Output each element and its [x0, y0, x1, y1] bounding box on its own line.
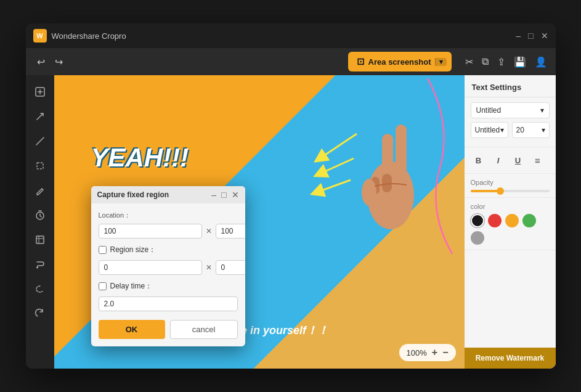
- undo-button[interactable]: ↩: [35, 54, 47, 70]
- zoom-bar: 100% + −: [399, 344, 456, 361]
- window-controls: – □ ✕: [516, 31, 548, 41]
- capture-dialog: Capture fixed region – □ ✕ Location： ✕: [91, 186, 245, 346]
- region-size-separator: ✕: [206, 263, 212, 272]
- font-size-dropdown[interactable]: 20 ▾: [512, 122, 550, 138]
- pen-tool[interactable]: [30, 180, 51, 201]
- location-x-input[interactable]: [99, 224, 202, 239]
- opacity-slider-track[interactable]: [471, 190, 550, 192]
- font-style-row: Untitled ▾ 20 ▾: [471, 122, 550, 142]
- color-gray[interactable]: [471, 231, 484, 245]
- region-size-x-input[interactable]: [99, 260, 202, 275]
- crop-tool[interactable]: [30, 155, 51, 176]
- location-y-input[interactable]: [216, 224, 245, 239]
- copy-icon[interactable]: ⧉: [482, 56, 489, 68]
- region-size-label: Region size：: [110, 245, 156, 255]
- color-section: color: [465, 198, 556, 250]
- scissors-icon[interactable]: ✂: [465, 56, 473, 68]
- opacity-slider-fill: [471, 190, 498, 192]
- account-icon[interactable]: 👤: [535, 56, 547, 68]
- remove-watermark-button[interactable]: Remove Watermark: [465, 348, 556, 369]
- font-size-value: 20: [516, 126, 524, 134]
- dialog-cancel-button[interactable]: cancel: [170, 320, 238, 339]
- close-button[interactable]: ✕: [541, 31, 548, 41]
- region-size-row: Region size：: [99, 245, 238, 255]
- screenshot-icon: ⊡: [357, 56, 365, 67]
- font-style-dropdown[interactable]: Untitled ▾: [471, 122, 508, 138]
- mask-tool[interactable]: [30, 229, 51, 250]
- yeah-text: YEAH!!!: [91, 143, 189, 173]
- font-style-arrow: ▾: [500, 126, 504, 134]
- delay-time-checkbox[interactable]: [99, 282, 107, 290]
- svg-point-4: [36, 267, 38, 269]
- dialog-maximize-button[interactable]: □: [221, 190, 226, 200]
- history-controls: ↩ ↪: [35, 54, 65, 70]
- minimize-button[interactable]: –: [516, 31, 521, 41]
- screenshot-button[interactable]: ⊡ Area screenshot ▾: [348, 52, 452, 71]
- dialog-close-button[interactable]: ✕: [232, 190, 239, 200]
- svg-point-13: [362, 179, 376, 206]
- font-size-arrow: ▾: [542, 126, 545, 134]
- main-content: YEAH!!!: [26, 75, 556, 369]
- toolbar: ↩ ↪ ⊡ Area screenshot ▾ ✂ ⧉ ⇪ 💾 👤: [26, 48, 556, 75]
- line-tool[interactable]: [30, 131, 51, 152]
- edit-text-tool[interactable]: [30, 81, 51, 102]
- svg-rect-9: [382, 134, 393, 180]
- font-family-dropdown[interactable]: Untitled ▾: [471, 102, 550, 118]
- delay-time-label: Delay time：: [110, 281, 153, 292]
- svg-rect-3: [36, 236, 44, 243]
- svg-rect-1: [37, 163, 43, 169]
- color-green[interactable]: [522, 214, 536, 227]
- zoom-in-button[interactable]: +: [432, 347, 437, 358]
- app-title: Wondershare Cropro: [52, 31, 516, 41]
- opacity-slider-thumb[interactable]: [497, 187, 504, 195]
- delay-time-input[interactable]: [99, 296, 238, 311]
- region-size-y-input[interactable]: [216, 260, 245, 275]
- app-logo: W: [33, 29, 47, 43]
- font-family-section: Untitled ▾ Untitled ▾ 20 ▾: [465, 97, 556, 147]
- location-label: Location：: [99, 211, 238, 220]
- strikethrough-button[interactable]: ≡: [530, 152, 546, 168]
- opacity-section: Opacity: [465, 174, 556, 198]
- dialog-ok-button[interactable]: OK: [99, 320, 165, 339]
- dialog-minimize-button[interactable]: –: [211, 190, 216, 200]
- svg-rect-11: [382, 174, 392, 192]
- save-icon[interactable]: 💾: [514, 56, 526, 68]
- arrow-tool[interactable]: [30, 106, 51, 127]
- underline-button[interactable]: U: [510, 152, 526, 168]
- screenshot-label: Area screenshot: [368, 57, 431, 67]
- dialog-title-bar: Capture fixed region – □ ✕: [91, 186, 245, 203]
- region-size-checkbox[interactable]: [99, 246, 107, 254]
- delay-time-input-row: [99, 296, 238, 311]
- dialog-body: Location： ✕ Region size： ✕: [91, 203, 245, 346]
- screenshot-dropdown-arrow[interactable]: ▾: [435, 58, 447, 66]
- svg-rect-10: [396, 125, 407, 174]
- redo-button[interactable]: ↪: [52, 54, 65, 70]
- dialog-controls: – □ ✕: [211, 190, 238, 200]
- font-family-arrow: ▾: [540, 106, 544, 115]
- zoom-level: 100%: [407, 348, 427, 357]
- location-row: ✕: [99, 224, 238, 239]
- maximize-button[interactable]: □: [528, 31, 533, 41]
- italic-button[interactable]: I: [490, 152, 506, 168]
- timer-tool[interactable]: [30, 205, 51, 226]
- panel-title: Text Settings: [465, 75, 556, 97]
- color-orange[interactable]: [505, 214, 519, 227]
- bold-button[interactable]: B: [471, 152, 487, 168]
- toolbar-right-icons: ✂ ⧉ ⇪ 💾 👤: [465, 56, 547, 68]
- left-toolbar: [26, 75, 54, 369]
- hand-illustration: [335, 88, 446, 248]
- lasso-tool[interactable]: [30, 279, 51, 300]
- canvas-area[interactable]: YEAH!!!: [54, 75, 465, 369]
- share-icon[interactable]: ⇪: [497, 56, 505, 68]
- right-panel: Text Settings Untitled ▾ Untitled ▾ 20 ▾: [465, 75, 556, 369]
- color-black[interactable]: [471, 214, 484, 227]
- dialog-actions: OK cancel: [99, 320, 238, 339]
- font-family-value: Untitled: [476, 106, 502, 115]
- title-bar: W Wondershare Cropro – □ ✕: [26, 23, 556, 48]
- delay-time-row: Delay time：: [99, 281, 238, 292]
- paint-tool[interactable]: [30, 254, 51, 275]
- zoom-out-button[interactable]: −: [442, 347, 448, 358]
- color-red[interactable]: [488, 214, 502, 227]
- rotate-tool[interactable]: [30, 303, 51, 324]
- opacity-label: Opacity: [471, 179, 550, 186]
